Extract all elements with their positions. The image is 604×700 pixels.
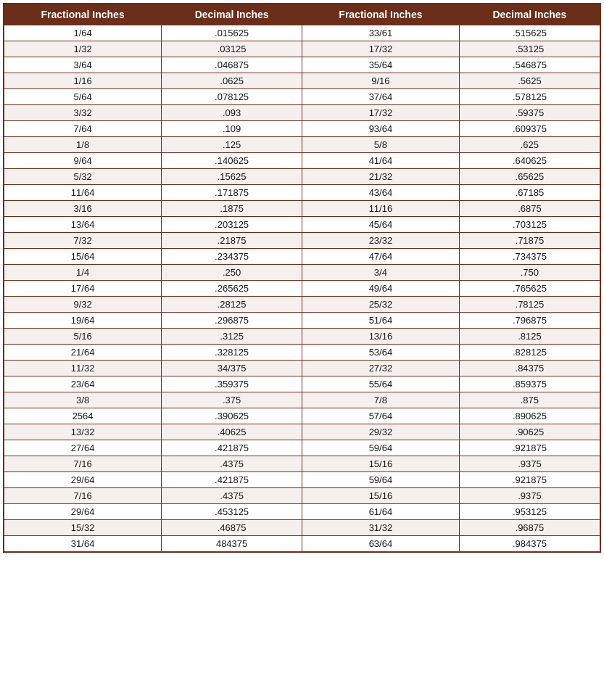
table-cell: .390625 <box>162 408 302 424</box>
table-cell: .453125 <box>162 504 302 520</box>
table-cell: .9375 <box>459 488 600 504</box>
table-row: 27/64.42187559/64.921875 <box>4 440 600 456</box>
table-cell: 43/64 <box>302 185 459 201</box>
table-cell: 31/64 <box>4 536 162 553</box>
table-cell: .96875 <box>459 520 600 536</box>
table-cell: 9/16 <box>302 73 459 89</box>
table-cell: 3/4 <box>302 265 459 281</box>
table-cell: 29/32 <box>302 424 459 440</box>
table-cell: 19/64 <box>4 313 162 329</box>
table-cell: 15/16 <box>302 456 459 472</box>
table-cell: .015625 <box>162 25 302 41</box>
table-cell: 63/64 <box>302 536 459 553</box>
table-cell: .9375 <box>459 456 600 472</box>
table-row: 1/4.2503/4.750 <box>4 265 600 281</box>
table-row: 3/64.04687535/64.546875 <box>4 57 600 73</box>
header-fractional-2: Fractional Inches <box>302 4 459 25</box>
table-cell: 21/64 <box>4 345 162 361</box>
table-cell: .53125 <box>459 41 600 57</box>
table-cell: 47/64 <box>302 249 459 265</box>
table-cell: 5/16 <box>4 329 162 345</box>
table-cell: .0625 <box>162 73 302 89</box>
header-decimal-1: Decimal Inches <box>162 4 302 25</box>
table-cell: .921875 <box>459 440 600 456</box>
table-cell: 5/64 <box>4 89 162 105</box>
table-cell: .625 <box>459 137 600 153</box>
table-row: 29/64.45312561/64.953125 <box>4 504 600 520</box>
table-cell: 27/32 <box>302 361 459 376</box>
table-cell: .609375 <box>459 121 600 137</box>
table-cell: 9/32 <box>4 297 162 313</box>
table-cell: .40625 <box>162 424 302 440</box>
table-cell: .828125 <box>459 345 600 361</box>
table-cell: .109 <box>162 121 302 137</box>
table-row: 1/16.06259/16.5625 <box>4 73 600 89</box>
table-cell: .578125 <box>459 89 600 105</box>
table-cell: 25/32 <box>302 297 459 313</box>
table-cell: 11/32 <box>4 361 162 376</box>
table-cell: .46875 <box>162 520 302 536</box>
table-cell: 29/64 <box>4 504 162 520</box>
table-cell: 15/16 <box>302 488 459 504</box>
table-cell: .8125 <box>459 329 600 345</box>
table-cell: 3/32 <box>4 105 162 121</box>
table-cell: 484375 <box>162 536 302 553</box>
table-cell: .140625 <box>162 153 302 169</box>
table-cell: 11/64 <box>4 185 162 201</box>
table-cell: .1875 <box>162 201 302 217</box>
table-row: 31/6448437563/64.984375 <box>4 536 600 553</box>
table-cell: .750 <box>459 265 600 281</box>
table-cell: .859375 <box>459 376 600 392</box>
table-row: 5/16.312513/16.8125 <box>4 329 600 345</box>
table-row: 5/32.1562521/32.65625 <box>4 169 600 185</box>
table-cell: .4375 <box>162 488 302 504</box>
table-row: 13/32.4062529/32.90625 <box>4 424 600 440</box>
table-cell: .71875 <box>459 233 600 249</box>
table-cell: .65625 <box>459 169 600 185</box>
table-cell: .4375 <box>162 456 302 472</box>
table-cell: 59/64 <box>302 472 459 488</box>
table-row: 7/16.437515/16.9375 <box>4 456 600 472</box>
table-cell: 55/64 <box>302 376 459 392</box>
table-cell: 2564 <box>4 408 162 424</box>
table-cell: .875 <box>459 392 600 408</box>
table-cell: .328125 <box>162 345 302 361</box>
table-cell: .59375 <box>459 105 600 121</box>
table-cell: 7/64 <box>4 121 162 137</box>
header-decimal-2: Decimal Inches <box>459 4 600 25</box>
table-row: 7/64.10993/64.609375 <box>4 121 600 137</box>
table-cell: 13/64 <box>4 217 162 233</box>
table-cell: 34/375 <box>162 361 302 376</box>
table-cell: 31/32 <box>302 520 459 536</box>
table-cell: 59/64 <box>302 440 459 456</box>
table-cell: 37/64 <box>302 89 459 105</box>
table-cell: .21875 <box>162 233 302 249</box>
table-cell: 33/61 <box>302 25 459 41</box>
table-cell: .03125 <box>162 41 302 57</box>
table-row: 1/64.01562533/61.515625 <box>4 25 600 41</box>
table-cell: 17/64 <box>4 281 162 297</box>
table-row: 13/64.20312545/64.703125 <box>4 217 600 233</box>
table-cell: .15625 <box>162 169 302 185</box>
table-cell: 13/32 <box>4 424 162 440</box>
table-cell: 15/64 <box>4 249 162 265</box>
table-cell: .421875 <box>162 472 302 488</box>
table-cell: .296875 <box>162 313 302 329</box>
table-cell: .6875 <box>459 201 600 217</box>
table-cell: .375 <box>162 392 302 408</box>
table-cell: 1/8 <box>4 137 162 153</box>
table-body: 1/64.01562533/61.5156251/32.0312517/32.5… <box>4 25 600 553</box>
table-cell: .984375 <box>459 536 600 553</box>
table-cell: 5/8 <box>302 137 459 153</box>
table-cell: .046875 <box>162 57 302 73</box>
table-cell: .3125 <box>162 329 302 345</box>
table-cell: .953125 <box>459 504 600 520</box>
table-cell: .921875 <box>459 472 600 488</box>
table-cell: 27/64 <box>4 440 162 456</box>
table-cell: 1/32 <box>4 41 162 57</box>
table-cell: 35/64 <box>302 57 459 73</box>
table-row: 1/32.0312517/32.53125 <box>4 41 600 57</box>
table-cell: .703125 <box>459 217 600 233</box>
table-cell: .515625 <box>459 25 600 41</box>
table-row: 15/64.23437547/64.734375 <box>4 249 600 265</box>
